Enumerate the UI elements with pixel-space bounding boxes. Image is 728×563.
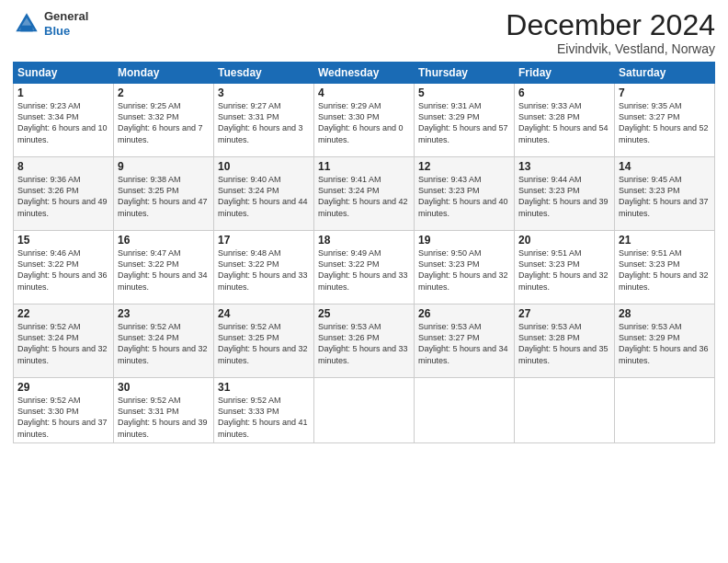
day-number: 10 [218, 160, 310, 173]
day-info: Sunrise: 9:43 AM Sunset: 3:23 PM Dayligh… [418, 174, 510, 219]
day-number: 21 [619, 234, 711, 247]
day-number: 27 [518, 307, 610, 320]
day-info: Sunrise: 9:47 AM Sunset: 3:22 PM Dayligh… [118, 247, 210, 293]
header: General Blue December 2024 Eivindvik, Ve… [13, 9, 715, 56]
day-info: Sunrise: 9:51 AM Sunset: 3:23 PM Dayligh… [619, 247, 711, 293]
calendar-cell: 20 Sunrise: 9:51 AM Sunset: 3:23 PM Dayl… [515, 231, 615, 304]
day-number: 1 [17, 86, 109, 99]
header-sunday: Sunday [14, 63, 114, 84]
location-subtitle: Eivindvik, Vestland, Norway [506, 41, 715, 56]
day-info: Sunrise: 9:53 AM Sunset: 3:28 PM Dayligh… [518, 321, 610, 366]
day-info: Sunrise: 9:23 AM Sunset: 3:34 PM Dayligh… [17, 100, 109, 145]
day-info: Sunrise: 9:52 AM Sunset: 3:24 PM Dayligh… [118, 321, 210, 366]
day-number: 12 [418, 160, 510, 173]
calendar-cell: 7 Sunrise: 9:35 AM Sunset: 3:27 PM Dayli… [615, 84, 715, 157]
day-number: 15 [17, 234, 109, 247]
calendar-cell: 16 Sunrise: 9:47 AM Sunset: 3:22 PM Dayl… [114, 231, 214, 304]
day-number: 26 [418, 307, 510, 320]
calendar-cell: 9 Sunrise: 9:38 AM Sunset: 3:25 PM Dayli… [114, 157, 214, 231]
calendar-cell: 18 Sunrise: 9:49 AM Sunset: 3:22 PM Dayl… [314, 231, 415, 304]
calendar-cell [415, 378, 515, 443]
header-saturday: Saturday [615, 63, 715, 84]
calendar-cell: 21 Sunrise: 9:51 AM Sunset: 3:23 PM Dayl… [615, 231, 715, 304]
calendar-cell [615, 378, 715, 443]
calendar-cell: 3 Sunrise: 9:27 AM Sunset: 3:31 PM Dayli… [214, 84, 314, 157]
day-number: 13 [518, 160, 610, 173]
day-number: 29 [17, 381, 109, 394]
day-number: 8 [17, 160, 109, 173]
day-number: 17 [218, 234, 310, 247]
svg-rect-2 [20, 25, 32, 31]
calendar-cell: 4 Sunrise: 9:29 AM Sunset: 3:30 PM Dayli… [314, 84, 415, 157]
day-number: 18 [318, 234, 410, 247]
day-info: Sunrise: 9:53 AM Sunset: 3:27 PM Dayligh… [418, 321, 510, 366]
day-number: 3 [218, 86, 310, 99]
calendar-cell: 19 Sunrise: 9:50 AM Sunset: 3:23 PM Dayl… [415, 231, 515, 304]
day-info: Sunrise: 9:38 AM Sunset: 3:25 PM Dayligh… [118, 174, 210, 219]
day-number: 20 [518, 234, 610, 247]
calendar-cell: 17 Sunrise: 9:48 AM Sunset: 3:22 PM Dayl… [214, 231, 314, 304]
calendar-cell [515, 378, 615, 443]
day-number: 19 [418, 234, 510, 247]
day-info: Sunrise: 9:35 AM Sunset: 3:27 PM Dayligh… [619, 100, 711, 145]
logo: General Blue [13, 9, 88, 38]
calendar-cell: 8 Sunrise: 9:36 AM Sunset: 3:26 PM Dayli… [14, 157, 114, 231]
day-info: Sunrise: 9:41 AM Sunset: 3:24 PM Dayligh… [318, 174, 410, 219]
day-info: Sunrise: 9:29 AM Sunset: 3:30 PM Dayligh… [318, 100, 410, 145]
day-info: Sunrise: 9:36 AM Sunset: 3:26 PM Dayligh… [17, 174, 109, 219]
day-info: Sunrise: 9:52 AM Sunset: 3:24 PM Dayligh… [17, 321, 109, 366]
calendar-cell: 13 Sunrise: 9:44 AM Sunset: 3:23 PM Dayl… [515, 157, 615, 231]
day-number: 9 [118, 160, 210, 173]
calendar-cell: 6 Sunrise: 9:33 AM Sunset: 3:28 PM Dayli… [515, 84, 615, 157]
calendar-table: Sunday Monday Tuesday Wednesday Thursday… [13, 62, 715, 443]
calendar-cell: 12 Sunrise: 9:43 AM Sunset: 3:23 PM Dayl… [415, 157, 515, 231]
day-info: Sunrise: 9:31 AM Sunset: 3:29 PM Dayligh… [418, 100, 510, 145]
logo-text: General Blue [44, 9, 88, 38]
calendar-cell: 28 Sunrise: 9:53 AM Sunset: 3:29 PM Dayl… [615, 304, 715, 378]
day-number: 23 [118, 307, 210, 320]
calendar-cell: 31 Sunrise: 9:52 AM Sunset: 3:33 PM Dayl… [214, 378, 314, 443]
day-number: 31 [218, 381, 310, 394]
day-info: Sunrise: 9:52 AM Sunset: 3:33 PM Dayligh… [218, 395, 310, 440]
day-info: Sunrise: 9:27 AM Sunset: 3:31 PM Dayligh… [218, 100, 310, 145]
day-number: 4 [318, 86, 410, 99]
header-wednesday: Wednesday [314, 63, 415, 84]
logo-general: General [44, 9, 88, 23]
day-info: Sunrise: 9:52 AM Sunset: 3:25 PM Dayligh… [218, 321, 310, 366]
day-info: Sunrise: 9:49 AM Sunset: 3:22 PM Dayligh… [318, 247, 410, 293]
day-info: Sunrise: 9:40 AM Sunset: 3:24 PM Dayligh… [218, 174, 310, 219]
month-title: December 2024 [506, 9, 715, 41]
day-info: Sunrise: 9:25 AM Sunset: 3:32 PM Dayligh… [118, 100, 210, 145]
header-tuesday: Tuesday [214, 63, 314, 84]
day-info: Sunrise: 9:53 AM Sunset: 3:29 PM Dayligh… [619, 321, 711, 366]
calendar-cell: 30 Sunrise: 9:52 AM Sunset: 3:31 PM Dayl… [114, 378, 214, 443]
calendar-cell [314, 378, 415, 443]
calendar-cell: 22 Sunrise: 9:52 AM Sunset: 3:24 PM Dayl… [14, 304, 114, 378]
calendar-cell: 27 Sunrise: 9:53 AM Sunset: 3:28 PM Dayl… [515, 304, 615, 378]
day-info: Sunrise: 9:44 AM Sunset: 3:23 PM Dayligh… [518, 174, 610, 219]
calendar-cell: 5 Sunrise: 9:31 AM Sunset: 3:29 PM Dayli… [415, 84, 515, 157]
day-number: 5 [418, 86, 510, 99]
day-info: Sunrise: 9:46 AM Sunset: 3:22 PM Dayligh… [17, 247, 109, 293]
day-number: 16 [118, 234, 210, 247]
day-number: 14 [619, 160, 711, 173]
title-block: December 2024 Eivindvik, Vestland, Norwa… [506, 9, 715, 56]
day-info: Sunrise: 9:52 AM Sunset: 3:30 PM Dayligh… [17, 395, 109, 440]
calendar-cell: 11 Sunrise: 9:41 AM Sunset: 3:24 PM Dayl… [314, 157, 415, 231]
calendar-cell: 24 Sunrise: 9:52 AM Sunset: 3:25 PM Dayl… [214, 304, 314, 378]
logo-icon [13, 10, 40, 38]
calendar-cell: 25 Sunrise: 9:53 AM Sunset: 3:26 PM Dayl… [314, 304, 415, 378]
day-info: Sunrise: 9:53 AM Sunset: 3:26 PM Dayligh… [318, 321, 410, 366]
day-number: 22 [17, 307, 109, 320]
calendar-cell: 10 Sunrise: 9:40 AM Sunset: 3:24 PM Dayl… [214, 157, 314, 231]
day-number: 6 [518, 86, 610, 99]
calendar-cell: 2 Sunrise: 9:25 AM Sunset: 3:32 PM Dayli… [114, 84, 214, 157]
calendar-cell: 29 Sunrise: 9:52 AM Sunset: 3:30 PM Dayl… [14, 378, 114, 443]
day-number: 11 [318, 160, 410, 173]
day-info: Sunrise: 9:52 AM Sunset: 3:31 PM Dayligh… [118, 395, 210, 440]
day-info: Sunrise: 9:33 AM Sunset: 3:28 PM Dayligh… [518, 100, 610, 145]
header-thursday: Thursday [415, 63, 515, 84]
day-number: 25 [318, 307, 410, 320]
day-info: Sunrise: 9:45 AM Sunset: 3:23 PM Dayligh… [619, 174, 711, 219]
page: General Blue December 2024 Eivindvik, Ve… [0, 0, 728, 563]
